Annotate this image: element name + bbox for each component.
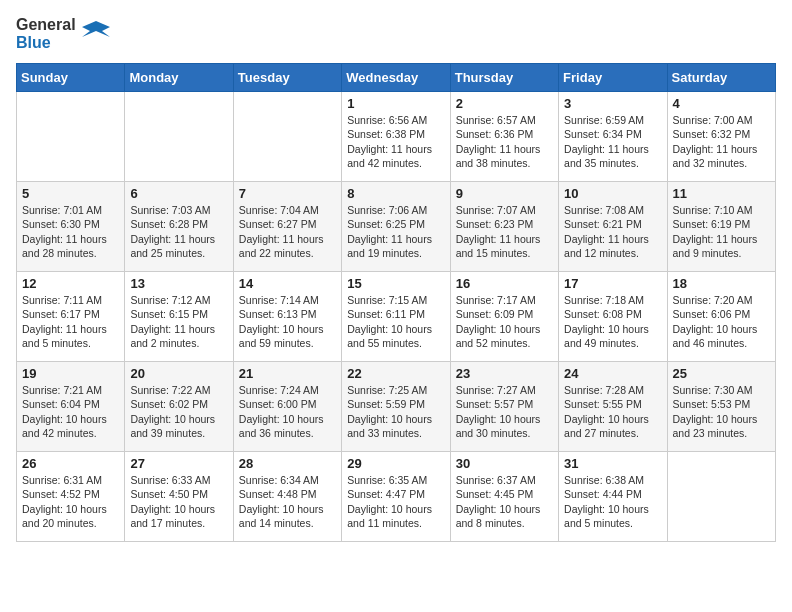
logo-general: General <box>16 16 76 34</box>
day-number: 13 <box>130 276 227 291</box>
day-number: 28 <box>239 456 336 471</box>
calendar-cell: 19Sunrise: 7:21 AM Sunset: 6:04 PM Dayli… <box>17 362 125 452</box>
day-detail: Sunrise: 7:18 AM Sunset: 6:08 PM Dayligh… <box>564 293 661 350</box>
day-detail: Sunrise: 7:27 AM Sunset: 5:57 PM Dayligh… <box>456 383 553 440</box>
day-number: 14 <box>239 276 336 291</box>
day-detail: Sunrise: 6:57 AM Sunset: 6:36 PM Dayligh… <box>456 113 553 170</box>
day-detail: Sunrise: 6:59 AM Sunset: 6:34 PM Dayligh… <box>564 113 661 170</box>
calendar-cell: 14Sunrise: 7:14 AM Sunset: 6:13 PM Dayli… <box>233 272 341 362</box>
weekday-header: Saturday <box>667 64 775 92</box>
logo-blue: Blue <box>16 34 76 52</box>
calendar-cell: 10Sunrise: 7:08 AM Sunset: 6:21 PM Dayli… <box>559 182 667 272</box>
day-number: 31 <box>564 456 661 471</box>
day-detail: Sunrise: 7:11 AM Sunset: 6:17 PM Dayligh… <box>22 293 119 350</box>
calendar-cell: 6Sunrise: 7:03 AM Sunset: 6:28 PM Daylig… <box>125 182 233 272</box>
day-detail: Sunrise: 7:22 AM Sunset: 6:02 PM Dayligh… <box>130 383 227 440</box>
day-detail: Sunrise: 6:38 AM Sunset: 4:44 PM Dayligh… <box>564 473 661 530</box>
day-detail: Sunrise: 7:07 AM Sunset: 6:23 PM Dayligh… <box>456 203 553 260</box>
calendar-cell: 24Sunrise: 7:28 AM Sunset: 5:55 PM Dayli… <box>559 362 667 452</box>
day-detail: Sunrise: 7:04 AM Sunset: 6:27 PM Dayligh… <box>239 203 336 260</box>
logo-bird-icon <box>82 17 110 51</box>
day-detail: Sunrise: 6:56 AM Sunset: 6:38 PM Dayligh… <box>347 113 444 170</box>
day-number: 22 <box>347 366 444 381</box>
day-number: 5 <box>22 186 119 201</box>
logo-text: General Blue <box>16 16 76 51</box>
calendar-cell: 13Sunrise: 7:12 AM Sunset: 6:15 PM Dayli… <box>125 272 233 362</box>
calendar-cell: 16Sunrise: 7:17 AM Sunset: 6:09 PM Dayli… <box>450 272 558 362</box>
calendar-cell: 27Sunrise: 6:33 AM Sunset: 4:50 PM Dayli… <box>125 452 233 542</box>
day-number: 8 <box>347 186 444 201</box>
day-number: 25 <box>673 366 770 381</box>
calendar-cell: 25Sunrise: 7:30 AM Sunset: 5:53 PM Dayli… <box>667 362 775 452</box>
page-header: General Blue <box>16 16 776 51</box>
calendar-cell: 11Sunrise: 7:10 AM Sunset: 6:19 PM Dayli… <box>667 182 775 272</box>
calendar-cell: 3Sunrise: 6:59 AM Sunset: 6:34 PM Daylig… <box>559 92 667 182</box>
calendar-week-row: 1Sunrise: 6:56 AM Sunset: 6:38 PM Daylig… <box>17 92 776 182</box>
calendar-cell: 1Sunrise: 6:56 AM Sunset: 6:38 PM Daylig… <box>342 92 450 182</box>
day-detail: Sunrise: 7:25 AM Sunset: 5:59 PM Dayligh… <box>347 383 444 440</box>
day-number: 23 <box>456 366 553 381</box>
calendar-cell: 22Sunrise: 7:25 AM Sunset: 5:59 PM Dayli… <box>342 362 450 452</box>
calendar-cell: 4Sunrise: 7:00 AM Sunset: 6:32 PM Daylig… <box>667 92 775 182</box>
day-number: 30 <box>456 456 553 471</box>
calendar-cell: 31Sunrise: 6:38 AM Sunset: 4:44 PM Dayli… <box>559 452 667 542</box>
day-number: 26 <box>22 456 119 471</box>
calendar-cell: 12Sunrise: 7:11 AM Sunset: 6:17 PM Dayli… <box>17 272 125 362</box>
calendar-week-row: 19Sunrise: 7:21 AM Sunset: 6:04 PM Dayli… <box>17 362 776 452</box>
calendar-cell: 15Sunrise: 7:15 AM Sunset: 6:11 PM Dayli… <box>342 272 450 362</box>
day-detail: Sunrise: 6:35 AM Sunset: 4:47 PM Dayligh… <box>347 473 444 530</box>
calendar-cell: 7Sunrise: 7:04 AM Sunset: 6:27 PM Daylig… <box>233 182 341 272</box>
calendar-cell: 23Sunrise: 7:27 AM Sunset: 5:57 PM Dayli… <box>450 362 558 452</box>
day-number: 12 <box>22 276 119 291</box>
day-number: 1 <box>347 96 444 111</box>
calendar-cell: 9Sunrise: 7:07 AM Sunset: 6:23 PM Daylig… <box>450 182 558 272</box>
day-detail: Sunrise: 7:03 AM Sunset: 6:28 PM Dayligh… <box>130 203 227 260</box>
logo: General Blue <box>16 16 110 51</box>
day-number: 7 <box>239 186 336 201</box>
day-detail: Sunrise: 7:17 AM Sunset: 6:09 PM Dayligh… <box>456 293 553 350</box>
calendar-cell: 28Sunrise: 6:34 AM Sunset: 4:48 PM Dayli… <box>233 452 341 542</box>
weekday-header: Tuesday <box>233 64 341 92</box>
calendar-cell <box>667 452 775 542</box>
day-number: 4 <box>673 96 770 111</box>
calendar-cell: 20Sunrise: 7:22 AM Sunset: 6:02 PM Dayli… <box>125 362 233 452</box>
calendar-cell: 26Sunrise: 6:31 AM Sunset: 4:52 PM Dayli… <box>17 452 125 542</box>
day-detail: Sunrise: 7:08 AM Sunset: 6:21 PM Dayligh… <box>564 203 661 260</box>
calendar-week-row: 26Sunrise: 6:31 AM Sunset: 4:52 PM Dayli… <box>17 452 776 542</box>
day-number: 3 <box>564 96 661 111</box>
day-number: 21 <box>239 366 336 381</box>
day-number: 10 <box>564 186 661 201</box>
day-detail: Sunrise: 7:00 AM Sunset: 6:32 PM Dayligh… <box>673 113 770 170</box>
day-detail: Sunrise: 7:21 AM Sunset: 6:04 PM Dayligh… <box>22 383 119 440</box>
day-detail: Sunrise: 7:10 AM Sunset: 6:19 PM Dayligh… <box>673 203 770 260</box>
day-detail: Sunrise: 6:37 AM Sunset: 4:45 PM Dayligh… <box>456 473 553 530</box>
day-detail: Sunrise: 7:24 AM Sunset: 6:00 PM Dayligh… <box>239 383 336 440</box>
day-number: 18 <box>673 276 770 291</box>
day-detail: Sunrise: 6:31 AM Sunset: 4:52 PM Dayligh… <box>22 473 119 530</box>
weekday-header-row: SundayMondayTuesdayWednesdayThursdayFrid… <box>17 64 776 92</box>
day-number: 16 <box>456 276 553 291</box>
day-number: 19 <box>22 366 119 381</box>
weekday-header: Thursday <box>450 64 558 92</box>
calendar-cell <box>233 92 341 182</box>
day-number: 2 <box>456 96 553 111</box>
calendar-cell: 17Sunrise: 7:18 AM Sunset: 6:08 PM Dayli… <box>559 272 667 362</box>
day-detail: Sunrise: 6:34 AM Sunset: 4:48 PM Dayligh… <box>239 473 336 530</box>
calendar-table: SundayMondayTuesdayWednesdayThursdayFrid… <box>16 63 776 542</box>
day-number: 15 <box>347 276 444 291</box>
calendar-cell <box>17 92 125 182</box>
day-number: 24 <box>564 366 661 381</box>
day-detail: Sunrise: 7:14 AM Sunset: 6:13 PM Dayligh… <box>239 293 336 350</box>
calendar-cell: 5Sunrise: 7:01 AM Sunset: 6:30 PM Daylig… <box>17 182 125 272</box>
day-number: 6 <box>130 186 227 201</box>
day-number: 29 <box>347 456 444 471</box>
day-detail: Sunrise: 7:30 AM Sunset: 5:53 PM Dayligh… <box>673 383 770 440</box>
calendar-week-row: 5Sunrise: 7:01 AM Sunset: 6:30 PM Daylig… <box>17 182 776 272</box>
day-number: 27 <box>130 456 227 471</box>
day-detail: Sunrise: 6:33 AM Sunset: 4:50 PM Dayligh… <box>130 473 227 530</box>
day-number: 20 <box>130 366 227 381</box>
day-detail: Sunrise: 7:01 AM Sunset: 6:30 PM Dayligh… <box>22 203 119 260</box>
weekday-header: Sunday <box>17 64 125 92</box>
weekday-header: Wednesday <box>342 64 450 92</box>
calendar-cell <box>125 92 233 182</box>
